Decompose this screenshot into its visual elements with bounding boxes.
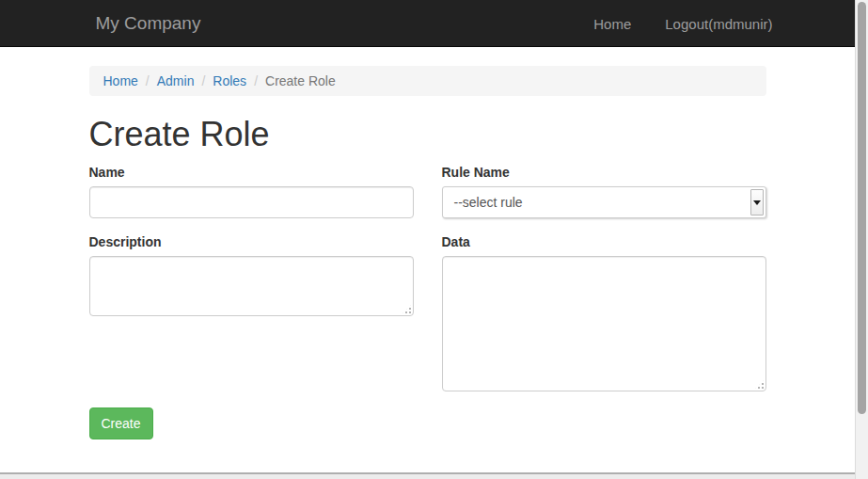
chevron-down-icon: [753, 200, 761, 205]
data-textarea-wrap: [442, 256, 766, 391]
scrollbar-thumb[interactable]: [858, 2, 866, 414]
breadcrumb-separator: /: [194, 73, 213, 88]
description-label: Description: [89, 232, 162, 251]
create-button[interactable]: Create: [89, 407, 153, 439]
description-textarea-wrap: [89, 256, 414, 316]
main-container: Home / Admin / Roles / Create Role Creat…: [75, 66, 781, 439]
name-label: Name: [89, 163, 125, 182]
breadcrumb-roles-link[interactable]: Roles: [213, 73, 246, 88]
nav-logout-link[interactable]: Logout(mdmunir): [631, 16, 772, 32]
page: My Company Home Logout(mdmunir) Home / A…: [0, 0, 868, 479]
data-field-group: Data: [442, 232, 766, 391]
breadcrumb-home-link[interactable]: Home: [103, 73, 138, 88]
breadcrumb-item-home: Home: [103, 73, 138, 88]
description-textarea[interactable]: [89, 256, 414, 316]
navbar: My Company Home Logout(mdmunir): [0, 0, 868, 47]
rule-name-selected-value: --select rule: [454, 193, 523, 212]
rule-name-field-group: Rule Name --select rule: [442, 163, 766, 218]
name-input[interactable]: [89, 186, 414, 218]
scrollbar[interactable]: [855, 0, 868, 479]
data-label: Data: [442, 232, 470, 251]
select-arrow-button[interactable]: [750, 189, 764, 216]
navbar-menu: Home Logout(mdmunir): [560, 16, 772, 32]
breadcrumb-item-admin: Admin: [157, 73, 195, 88]
footer: [0, 472, 855, 479]
breadcrumb-separator: /: [246, 73, 265, 88]
breadcrumb-item-roles: Roles: [213, 73, 246, 88]
data-textarea[interactable]: [442, 256, 766, 391]
form-column-left: Name Description: [89, 163, 414, 406]
breadcrumb-separator: /: [138, 73, 157, 88]
create-role-form: Name Description R: [89, 163, 766, 439]
form-row: Name Description R: [89, 163, 766, 406]
navbar-container: My Company Home Logout(mdmunir): [82, 0, 787, 47]
breadcrumb-current: Create Role: [265, 73, 336, 88]
name-field-group: Name: [89, 163, 414, 218]
page-body: Home / Admin / Roles / Create Role Creat…: [0, 66, 855, 439]
nav-home-link[interactable]: Home: [560, 16, 631, 32]
page-title: Create Role: [89, 116, 766, 153]
rule-name-select[interactable]: --select rule: [442, 186, 766, 218]
rule-name-label: Rule Name: [442, 163, 510, 182]
breadcrumb: Home / Admin / Roles / Create Role: [89, 66, 766, 96]
navbar-brand[interactable]: My Company: [96, 13, 201, 34]
breadcrumb-admin-link[interactable]: Admin: [157, 73, 195, 88]
form-column-right: Rule Name --select rule Data: [442, 163, 766, 406]
description-field-group: Description: [89, 232, 414, 316]
